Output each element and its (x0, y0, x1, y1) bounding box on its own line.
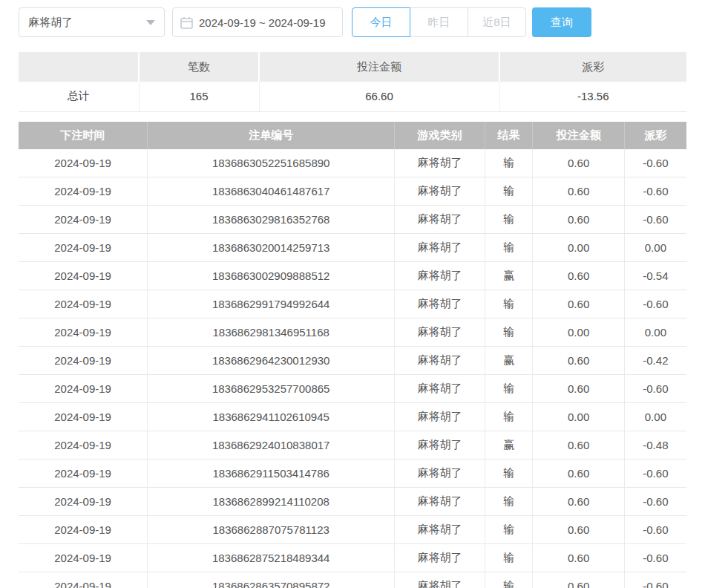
cell-bet-id: 1836863020014259713 (148, 234, 395, 262)
date-range-input[interactable]: 2024-09-19 ~ 2024-09-19 (172, 7, 343, 37)
cell-result: 赢 (485, 347, 533, 375)
cell-game-type: 麻将胡了 (395, 488, 485, 516)
cell-bet-id: 1836862924010838017 (148, 431, 395, 460)
cell-bet-time: 2024-09-19 (19, 572, 148, 588)
header-bet-time: 下注时间 (19, 122, 148, 149)
cell-bet-time: 2024-09-19 (19, 544, 148, 572)
cell-result: 输 (485, 234, 533, 262)
summary-total-payout: -13.56 (499, 82, 686, 111)
cell-bet-id: 1836862981346951168 (148, 318, 395, 347)
cell-payout: -0.60 (624, 544, 686, 572)
cell-bet-amount: 0.60 (533, 516, 624, 544)
cell-payout: -0.60 (624, 375, 686, 403)
cell-game-type: 麻将胡了 (395, 318, 485, 347)
summary-total-count: 165 (139, 82, 259, 111)
game-select[interactable]: 麻将胡了 (19, 7, 165, 37)
cell-payout: -0.48 (624, 431, 686, 460)
cell-game-type: 麻将胡了 (395, 347, 485, 375)
cell-bet-id: 1836862941102610945 (148, 403, 395, 431)
cell-game-type: 麻将胡了 (395, 431, 485, 460)
cell-bet-time: 2024-09-19 (19, 347, 148, 375)
cell-bet-time: 2024-09-19 (19, 262, 148, 290)
cell-bet-amount: 0.60 (533, 488, 624, 516)
summary-header-blank (19, 52, 139, 82)
cell-payout: -0.60 (624, 290, 686, 318)
bet-table: 下注时间 注单编号 游戏类别 结果 投注金额 派彩 2024-09-19 183… (19, 122, 686, 588)
cell-bet-amount: 0.60 (533, 544, 624, 572)
summary-total-bet-amount: 66.60 (259, 82, 499, 111)
cell-bet-amount: 0.60 (533, 460, 624, 488)
last-8-days-button[interactable]: 近8日 (468, 7, 526, 37)
quick-date-toggle: 今日 昨日 近8日 (352, 7, 526, 37)
cell-payout: -0.60 (624, 149, 686, 177)
cell-payout: -0.60 (624, 460, 686, 488)
header-bet-amount: 投注金额 (533, 122, 624, 149)
cell-bet-amount: 0.60 (533, 206, 624, 234)
cell-bet-time: 2024-09-19 (19, 318, 148, 347)
cell-game-type: 麻将胡了 (395, 234, 485, 262)
table-row: 2024-09-19 1836862875218489344 麻将胡了 输 0.… (19, 544, 686, 572)
cell-bet-amount: 0.60 (533, 572, 624, 588)
cell-result: 输 (485, 516, 533, 544)
table-row: 2024-09-19 1836862981346951168 麻将胡了 输 0.… (19, 318, 686, 347)
table-row: 2024-09-19 1836862941102610945 麻将胡了 输 0.… (19, 403, 686, 431)
bet-table-header-row: 下注时间 注单编号 游戏类别 结果 投注金额 派彩 (19, 122, 686, 149)
cell-bet-id: 1836863040461487617 (148, 177, 395, 206)
table-row: 2024-09-19 1836863002909888512 麻将胡了 赢 0.… (19, 262, 686, 290)
table-row: 2024-09-19 1836863029816352768 麻将胡了 输 0.… (19, 206, 686, 234)
cell-payout: -0.60 (624, 177, 686, 206)
cell-bet-id: 1836863052251685890 (148, 149, 395, 177)
table-row: 2024-09-19 1836862911503414786 麻将胡了 输 0.… (19, 460, 686, 488)
today-button[interactable]: 今日 (352, 7, 410, 37)
cell-bet-amount: 0.60 (533, 431, 624, 460)
yesterday-button[interactable]: 昨日 (410, 7, 468, 37)
cell-bet-id: 1836862964230012930 (148, 347, 395, 375)
table-row: 2024-09-19 1836862924010838017 麻将胡了 赢 0.… (19, 431, 686, 460)
cell-payout: 0.00 (624, 234, 686, 262)
cell-result: 输 (485, 206, 533, 234)
cell-bet-amount: 0.60 (533, 177, 624, 206)
cell-game-type: 麻将胡了 (395, 262, 485, 290)
cell-bet-id: 1836862953257700865 (148, 375, 395, 403)
cell-bet-amount: 0.00 (533, 318, 624, 347)
cell-result: 输 (485, 318, 533, 347)
cell-result: 输 (485, 572, 533, 588)
cell-bet-time: 2024-09-19 (19, 516, 148, 544)
cell-payout: -0.60 (624, 488, 686, 516)
summary-total-row: 总计 165 66.60 -13.56 (19, 82, 686, 111)
cell-payout: -0.60 (624, 206, 686, 234)
cell-bet-id: 1836862887075781123 (148, 516, 395, 544)
cell-result: 输 (485, 403, 533, 431)
summary-header-bet-amount: 投注金额 (259, 52, 499, 82)
header-bet-id: 注单编号 (148, 122, 395, 149)
cell-payout: -0.60 (624, 516, 686, 544)
cell-game-type: 麻将胡了 (395, 375, 485, 403)
cell-bet-amount: 0.60 (533, 347, 624, 375)
cell-game-type: 麻将胡了 (395, 544, 485, 572)
cell-payout: 0.00 (624, 403, 686, 431)
cell-game-type: 麻将胡了 (395, 516, 485, 544)
cell-result: 输 (485, 149, 533, 177)
cell-payout: -0.60 (624, 572, 686, 588)
cell-payout: -0.42 (624, 347, 686, 375)
summary-header-count: 笔数 (139, 52, 259, 82)
calendar-icon (180, 16, 193, 29)
table-row: 2024-09-19 1836862964230012930 麻将胡了 赢 0.… (19, 347, 686, 375)
cell-bet-time: 2024-09-19 (19, 431, 148, 460)
table-row: 2024-09-19 1836862899214110208 麻将胡了 输 0.… (19, 488, 686, 516)
cell-bet-time: 2024-09-19 (19, 177, 148, 206)
cell-result: 输 (485, 488, 533, 516)
cell-game-type: 麻将胡了 (395, 149, 485, 177)
table-row: 2024-09-19 1836862953257700865 麻将胡了 输 0.… (19, 375, 686, 403)
table-row: 2024-09-19 1836863040461487617 麻将胡了 输 0.… (19, 177, 686, 206)
report-page: 麻将胡了 2024-09-19 ~ 2024-09-19 今日 昨日 近8日 查… (0, 0, 705, 588)
table-row: 2024-09-19 1836862991794992644 麻将胡了 输 0.… (19, 290, 686, 318)
cell-game-type: 麻将胡了 (395, 206, 485, 234)
cell-bet-id: 1836863029816352768 (148, 206, 395, 234)
query-button[interactable]: 查询 (532, 7, 591, 37)
cell-bet-time: 2024-09-19 (19, 290, 148, 318)
cell-bet-amount: 0.60 (533, 375, 624, 403)
summary-header-payout: 派彩 (499, 52, 686, 82)
cell-bet-time: 2024-09-19 (19, 375, 148, 403)
chevron-down-icon (146, 20, 155, 25)
